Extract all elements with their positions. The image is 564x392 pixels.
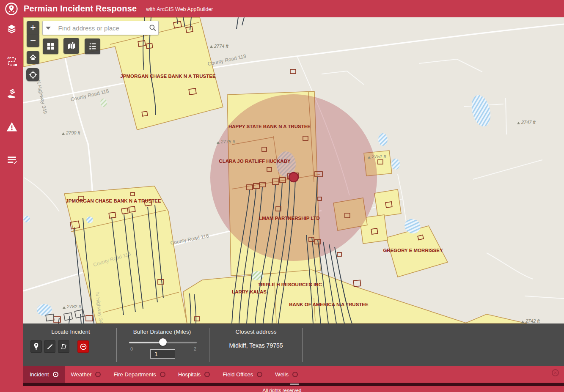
elevation-label: 2747 ft [521, 120, 536, 125]
panel-divider [302, 328, 303, 362]
elevation-label: 2742 ft [525, 318, 540, 323]
tab-label: Wells [275, 371, 289, 378]
incident-point[interactable] [289, 173, 298, 182]
parcel-label: HAPPY STATE BANK N A TRUSTEE [228, 124, 311, 129]
elevation-label: 2782 ft [66, 304, 82, 309]
tab-label: Weather [71, 371, 92, 378]
slider-track-empty [163, 342, 197, 343]
resize-handle[interactable] [290, 384, 299, 385]
caret-down-icon [46, 27, 51, 30]
slider-handle[interactable] [159, 338, 167, 346]
magnifier-icon [149, 24, 157, 32]
zoom-out-button[interactable]: − [27, 34, 39, 47]
closest-address-title: Closest address [236, 329, 277, 335]
tab-weather[interactable]: Weather [65, 366, 107, 383]
app-header: Permian Incident Response with ArcGIS We… [0, 0, 564, 17]
buffer-distance-title: Buffer Distance (Miles) [133, 329, 191, 335]
panel-bottom-strip [23, 383, 564, 386]
bottom-tab-bar: Incident Weather Fire Departments Hospit… [23, 366, 564, 383]
search-button[interactable] [147, 21, 158, 35]
tab-incident[interactable]: Incident [23, 366, 65, 383]
slider-min-label: 0 [130, 346, 133, 351]
closest-address-value: Midkiff, Texas 79755 [229, 342, 283, 349]
parcel-label: CLARA JO RATLIFF HUCKABY [219, 159, 291, 164]
add-data-icon [67, 41, 76, 51]
basemap-gallery-button[interactable] [43, 38, 58, 54]
route-icon[interactable]: A [0, 51, 23, 71]
tab-label: Fire Departments [113, 371, 156, 378]
slider-track-filled [129, 342, 163, 343]
parcel-label: LMAM PARTNERSHIP LTD [259, 216, 320, 221]
zoom-in-button[interactable]: + [27, 21, 39, 34]
app-logo-icon [5, 2, 18, 16]
warning-icon[interactable] [0, 117, 23, 137]
parcel-label: BANK OF AMERICA N A TRUSTEE [289, 302, 369, 307]
search-bar [42, 21, 159, 35]
layers-icon[interactable] [0, 19, 23, 38]
page-title: Permian Incident Response [24, 4, 137, 14]
elevation-label: 2774 ft [214, 44, 229, 49]
incident-panel: Locate Incident Buffer Distance (Miles) … [23, 323, 564, 366]
panel-divider [116, 328, 117, 362]
search-input[interactable] [54, 21, 147, 35]
draw-polygon-icon [60, 343, 67, 350]
buffer-slider[interactable] [129, 341, 197, 343]
parcel-label: TRIPLE H RESOURCES INC [258, 282, 322, 287]
parcel-label: JPMORGAN CHASE BANK N A TRUSTEE [120, 74, 216, 79]
add-data-button[interactable] [63, 38, 79, 54]
svg-text:A: A [7, 56, 10, 60]
radio-icon [292, 372, 298, 377]
parcel-label: JPMORGAN CHASE BANK N A TRUSTEE [66, 198, 161, 203]
tab-label: Hospitals [178, 371, 201, 378]
locate-icon [28, 70, 38, 79]
radio-icon [95, 372, 101, 377]
map-graphics: JPMORGAN CHASE BANK N A TRUSTEE HAPPY ST… [23, 17, 564, 323]
close-tabbar-icon[interactable]: ✕ [552, 369, 559, 376]
draw-line-icon [47, 343, 53, 350]
elevation-label: 2790 ft [66, 130, 81, 135]
left-toolbar: A [0, 17, 23, 392]
locate-point-button[interactable] [30, 340, 42, 353]
tab-label: Incident [30, 371, 49, 378]
locate-button[interactable] [26, 68, 39, 81]
buffer-distance-input[interactable] [150, 349, 175, 359]
tab-field-offices[interactable]: Field Offices [216, 366, 269, 383]
parcel-label: GREGORY E MORRISSEY [383, 248, 443, 253]
draw-polygon-button[interactable] [58, 340, 69, 353]
footer: All rights reserved [0, 386, 564, 392]
tab-fire-departments[interactable]: Fire Departments [107, 366, 171, 383]
map-canvas[interactable]: JPMORGAN CHASE BANK N A TRUSTEE HAPPY ST… [23, 17, 564, 323]
rights-text: All rights reserved [262, 388, 301, 392]
slider-max-label: 2 [194, 346, 196, 351]
search-source-dropdown[interactable] [43, 21, 54, 35]
layer-list-icon [88, 42, 97, 51]
point-pin-icon [33, 343, 39, 351]
radio-icon [204, 372, 210, 377]
layer-list-button[interactable] [85, 38, 100, 54]
page-subtitle: with ArcGIS Web AppBuilder [146, 6, 213, 12]
tab-label: Field Offices [223, 371, 253, 378]
clear-incident-icon [80, 343, 87, 351]
radio-icon [257, 372, 262, 377]
radio-icon [53, 372, 58, 377]
edit-list-icon[interactable] [0, 150, 23, 170]
radio-icon [160, 372, 165, 377]
draw-line-button[interactable] [44, 340, 55, 353]
app-window: Permian Incident Response with ArcGIS We… [0, 0, 564, 392]
clear-incident-button[interactable] [77, 340, 89, 353]
parcel-label: LARRY KALAS [232, 289, 267, 294]
elevation-label: 2751 ft [371, 154, 387, 159]
tab-hospitals[interactable]: Hospitals [172, 366, 216, 383]
spill-response-icon[interactable] [0, 84, 23, 104]
elevation-label: 2775 ft [220, 139, 236, 144]
locate-incident-title: Locate Incident [51, 329, 90, 335]
tab-wells[interactable]: Wells [269, 366, 304, 383]
panel-divider [209, 328, 209, 362]
home-icon [29, 54, 37, 61]
basemap-gallery-icon [46, 42, 55, 51]
home-button[interactable] [27, 51, 39, 64]
